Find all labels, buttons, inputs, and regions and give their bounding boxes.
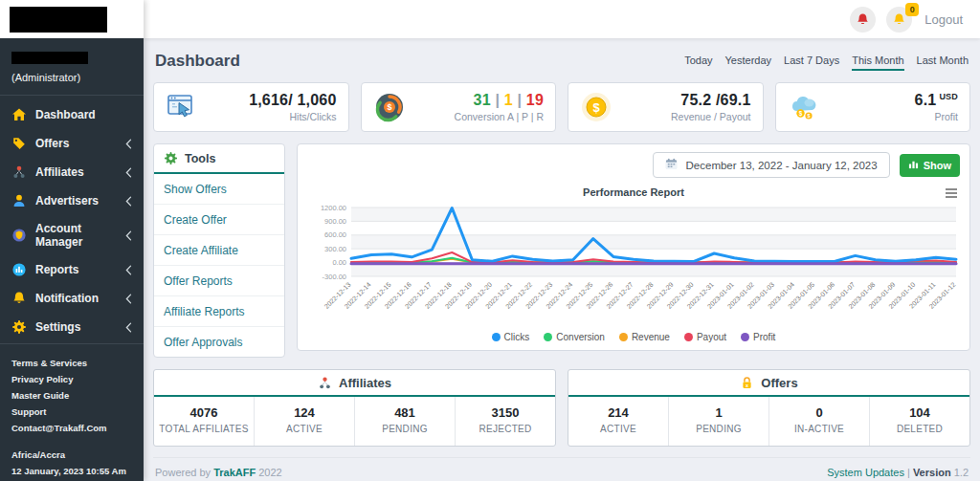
tool-link-show-offers[interactable]: Show Offers — [154, 174, 284, 205]
chart-panel: December 13, 2022 - January 12, 2023 Sho… — [297, 143, 970, 351]
sidebar-item-affiliates[interactable]: Affiliates — [0, 158, 144, 186]
legend-conversion[interactable]: Conversion — [544, 332, 605, 342]
stat-rejected: 3150REJECTED — [455, 397, 555, 446]
filter-last-7-days[interactable]: Last 7 Days — [784, 55, 839, 71]
cloud-coins-icon: $$ — [788, 91, 820, 123]
tool-link-offer-approvals[interactable]: Offer Approvals — [154, 327, 284, 357]
legend-profit[interactable]: Profit — [741, 332, 775, 342]
bell-red-icon — [856, 12, 870, 27]
svg-text:0.00: 0.00 — [332, 258, 346, 267]
legend-clicks[interactable]: Clicks — [492, 332, 530, 342]
legend-revenue[interactable]: Revenue — [619, 332, 670, 342]
sidebar-item-label: Affiliates — [35, 165, 84, 179]
tool-link-create-offer[interactable]: Create Offer — [154, 205, 284, 235]
filter-last-month[interactable]: Last Month — [917, 55, 969, 71]
sidebar-item-label: Offers — [35, 137, 69, 150]
sidebar-link-support[interactable]: Support — [11, 404, 132, 420]
mid-row: Tools Show OffersCreate OfferCreate Affi… — [153, 143, 970, 358]
stat-value: 0 — [773, 405, 865, 420]
stat-value: 75.2 /69.1 — [671, 92, 750, 109]
legend-label: Revenue — [632, 332, 670, 342]
show-button[interactable]: Show — [900, 154, 960, 177]
tools-title: Tools — [185, 152, 215, 165]
gear-icon — [11, 319, 27, 335]
calendar-icon — [665, 158, 678, 172]
tool-link-create-affiliate[interactable]: Create Affiliate — [154, 235, 284, 266]
sidebar-link-privacy-policy[interactable]: Privacy Policy — [11, 371, 132, 387]
stat-label: REJECTED — [459, 424, 551, 434]
affiliates-panel: Affiliates 4076TOTAL AFFILIATES124ACTIVE… — [153, 369, 556, 447]
tool-link-affiliate-reports[interactable]: Affiliate Reports — [154, 296, 284, 327]
date-filters: TodayYesterdayLast 7 DaysThis MonthLast … — [684, 55, 969, 71]
stat-pending: 481PENDING — [354, 397, 455, 446]
chart-title-row: Performance Report — [307, 185, 960, 200]
sidebar-link-contact-trakaff-com[interactable]: Contact@Trakaff.Com — [11, 420, 132, 436]
user-block: (Administrator) — [0, 38, 144, 96]
tool-link-offer-reports[interactable]: Offer Reports — [154, 266, 284, 296]
chart-legend: ClicksConversionRevenuePayoutProfit — [307, 330, 960, 346]
logout-button[interactable]: Logout — [924, 12, 963, 27]
timezone: Africa/Accra — [11, 447, 132, 463]
network-icon — [11, 164, 27, 180]
sidebar-item-reports[interactable]: Reports — [0, 255, 144, 284]
sidebar-item-advertisers[interactable]: Advertisers — [0, 186, 144, 215]
version-info: System Updates | Version 1.2 — [827, 467, 969, 478]
affiliates-network-icon — [318, 376, 332, 390]
sidebar-link-master-guide[interactable]: Master Guide — [11, 387, 132, 404]
chevron-left-icon — [125, 167, 132, 178]
conversion-gauge-icon: $ — [373, 91, 406, 123]
chevron-left-icon — [125, 294, 132, 304]
sidebar-item-account-manager[interactable]: Account Manager — [0, 215, 144, 255]
powered-by: Powered by TrakAFF 2022 — [155, 467, 282, 478]
stat-label: PENDING — [673, 424, 765, 434]
svg-text:600.00: 600.00 — [324, 230, 346, 239]
sidebar-menu: DashboardOffersAffiliatesAdvertisersAcco… — [0, 96, 144, 343]
svg-text:$: $ — [592, 100, 600, 115]
chart-title: Performance Report — [583, 186, 684, 198]
chart-menu-icon[interactable] — [945, 186, 958, 203]
sidebar-link-terms-services[interactable]: Terms & Services — [11, 355, 132, 371]
home-icon — [11, 107, 27, 122]
stat-card-conversion-a-p-r: $31 | 1 | 19Conversion A | P | R — [361, 82, 557, 132]
svg-text:$: $ — [798, 110, 802, 118]
chevron-left-icon — [125, 139, 132, 149]
chevron-left-icon — [125, 230, 132, 241]
sidebar-item-offers[interactable]: Offers — [0, 129, 144, 158]
brand-year: 2022 — [258, 467, 281, 478]
legend-dot — [684, 333, 693, 341]
sidebar-item-label: Advertisers — [35, 194, 99, 208]
show-button-label: Show — [924, 160, 951, 171]
datetime: 12 January, 2023 10:55 Am — [11, 463, 132, 479]
sidebar-item-settings[interactable]: Settings — [0, 313, 144, 341]
sidebar-item-notification[interactable]: Notification — [0, 284, 144, 313]
user-role: (Administrator) — [11, 72, 132, 83]
bar-chart-icon — [908, 159, 919, 171]
svg-text:300.00: 300.00 — [324, 245, 346, 253]
legend-payout[interactable]: Payout — [684, 332, 726, 342]
chart-circle-icon — [11, 262, 27, 277]
filter-today[interactable]: Today — [684, 55, 712, 71]
stat-label: Profit — [915, 111, 958, 122]
powered-by-prefix: Powered by — [155, 467, 211, 478]
sidebar-item-dashboard[interactable]: Dashboard — [0, 100, 144, 129]
shield-icon — [11, 228, 27, 243]
system-updates-link[interactable]: System Updates — [827, 467, 904, 478]
page-footer: Powered by TrakAFF 2022 System Updates |… — [153, 457, 970, 481]
stat-value: 31 | 1 | 19 — [455, 92, 544, 109]
tag-icon — [11, 136, 27, 151]
sidebar-clock: Africa/Accra 12 January, 2023 10:55 Am — [11, 447, 132, 479]
date-range-value: December 13, 2022 - January 12, 2023 — [686, 160, 878, 171]
date-range-input[interactable]: December 13, 2022 - January 12, 2023 — [653, 152, 890, 178]
legend-dot — [544, 333, 552, 341]
alert-bell-button[interactable] — [850, 7, 876, 33]
stat-active: 214ACTIVE — [568, 397, 668, 446]
stat-card-profit: $$6.1USDProfit — [775, 82, 971, 132]
bottom-row: Affiliates 4076TOTAL AFFILIATES124ACTIVE… — [153, 369, 970, 447]
notification-bell-button[interactable]: 0 — [886, 7, 912, 33]
stat-label: ACTIVE — [572, 424, 664, 434]
filter-this-month[interactable]: This Month — [852, 55, 903, 71]
filter-yesterday[interactable]: Yesterday — [725, 55, 772, 71]
legend-dot — [741, 333, 749, 341]
browser-cursor-icon — [166, 91, 198, 123]
svg-text:1200.00: 1200.00 — [321, 204, 346, 212]
